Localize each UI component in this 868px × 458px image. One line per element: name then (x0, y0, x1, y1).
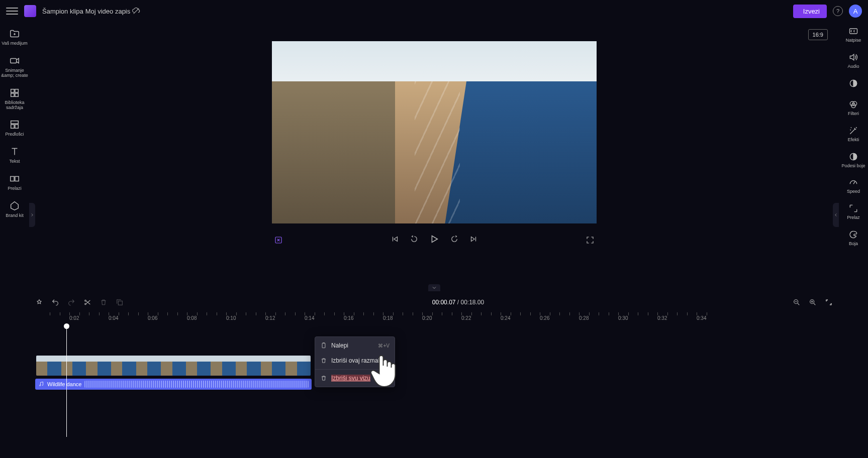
camera-icon (9, 55, 20, 66)
timecode: 00:00.07 / 00:18.00 (432, 299, 484, 306)
sidebar-item-color[interactable]: Boja (848, 230, 858, 247)
hamburger-menu[interactable] (6, 5, 18, 17)
aspect-ratio-button[interactable]: 16:9 (808, 29, 828, 40)
rewind-button[interactable] (410, 235, 419, 245)
breadcrumb-project: Moj video zapis (85, 8, 131, 15)
play-icon (429, 234, 440, 245)
waveform (84, 381, 309, 388)
ruler-mark: 0:24 (501, 315, 510, 321)
play-button[interactable] (429, 234, 440, 246)
svg-point-18 (85, 300, 86, 301)
ruler-mark: 0:18 (383, 315, 393, 321)
svg-rect-2 (11, 89, 14, 92)
sidebar-item-adjust-colors[interactable]: Podesi boje (841, 152, 865, 169)
ctx-delete-all-visible[interactable]: Izbriši svu vizu (315, 371, 395, 386)
transitions-icon (9, 173, 20, 184)
forward-button[interactable] (450, 235, 459, 245)
ctx-shortcut: ⌘+V (378, 343, 390, 349)
audio-clip[interactable]: Wildlife dance (35, 379, 312, 390)
video-clip-1[interactable] (35, 355, 312, 377)
ctx-paste[interactable]: Nalepi ⌘+V (315, 338, 395, 353)
breadcrumb-champion: Šampion klipa (42, 8, 83, 15)
text-icon (9, 146, 20, 157)
right-sidebar: Natpise Audio Filteri Efekti Podesi boje… (839, 22, 868, 458)
preview-stage: 16:9 (29, 22, 839, 292)
ruler-mark: 0:16 (344, 315, 353, 321)
export-button[interactable]: Izvezi (793, 5, 827, 18)
ruler-mark: 0:34 (697, 315, 706, 321)
paste-icon (320, 342, 327, 349)
magic-cut-icon[interactable] (35, 298, 43, 306)
undo-icon[interactable] (51, 298, 59, 306)
skip-forward-icon (469, 235, 478, 244)
sidebar-item-transition[interactable]: Prelaz (847, 203, 860, 220)
duplicate-icon[interactable] (116, 298, 124, 306)
timeline-collapse-button[interactable] (428, 284, 440, 291)
gauge-icon (848, 177, 858, 187)
templates-icon (9, 119, 20, 130)
ctx-delete-gap[interactable]: Izbriši ovaj razmak (315, 353, 395, 368)
svg-rect-9 (11, 177, 14, 181)
ruler-mark: 0:22 (461, 315, 471, 321)
forward-icon (450, 235, 459, 244)
ruler-mark: 0:28 (579, 315, 589, 321)
sidebar-item-filters[interactable]: Filteri (848, 99, 859, 117)
sidebar-item-brand-kit[interactable]: Brand kit (6, 200, 24, 218)
left-sidebar: Vaš medijum Snimanje &amp; create Biblio… (0, 22, 29, 458)
fullscreen-icon[interactable] (586, 236, 595, 245)
sidebar-item-your-media[interactable]: Vaš medijum (2, 28, 27, 46)
svg-rect-3 (15, 89, 18, 92)
redo-icon[interactable] (67, 298, 75, 306)
skip-back-icon (391, 235, 400, 244)
topbar-left: Šampion klipa Moj video zapis (6, 5, 140, 17)
sidebar-item-captions[interactable]: Natpise (846, 26, 861, 43)
scissors-icon[interactable] (83, 298, 91, 306)
svg-rect-10 (15, 177, 19, 181)
skip-back-button[interactable] (391, 235, 400, 245)
sidebar-item-library[interactable]: Biblioteka sadržaja (1, 87, 28, 110)
auto-enhance-icon[interactable] (274, 236, 283, 245)
svg-point-19 (85, 303, 86, 305)
sidebar-item-record[interactable]: Snimanje &amp; create (1, 55, 28, 78)
help-button[interactable]: ? (833, 6, 843, 16)
cc-icon (848, 26, 858, 36)
breadcrumb[interactable]: Šampion klipa Moj video zapis (42, 7, 140, 15)
fit-icon[interactable] (825, 298, 833, 306)
app-logo[interactable] (24, 5, 36, 17)
zoom-in-icon[interactable] (809, 298, 817, 306)
ruler-mark: 0:32 (657, 315, 667, 321)
svg-rect-6 (11, 121, 19, 124)
topbar-right: Izvezi ? A (793, 5, 862, 18)
wand-icon (848, 126, 858, 136)
filters-icon (848, 99, 858, 109)
chevron-down-icon (431, 285, 437, 291)
context-menu: Nalepi ⌘+V Izbriši ovaj razmak Izbriši s… (315, 336, 395, 387)
timeline-toolbar: 00:00.07 / 00:18.00 (29, 292, 839, 312)
ruler-mark: 0:26 (540, 315, 549, 321)
half-circle-icon (848, 78, 858, 88)
video-preview[interactable] (272, 41, 597, 223)
sidebar-item-audio[interactable]: Audio (847, 52, 859, 69)
svg-rect-8 (15, 125, 18, 128)
svg-rect-23 (322, 343, 325, 348)
sidebar-item-templates[interactable]: Predlošci (5, 119, 24, 137)
brand-kit-icon (9, 200, 20, 211)
trash-icon[interactable] (100, 298, 108, 306)
playhead[interactable] (66, 326, 67, 437)
export-label: Izvezi (803, 8, 820, 15)
folder-plus-icon (9, 28, 20, 39)
avatar[interactable]: A (849, 5, 862, 18)
sidebar-item-fade[interactable] (848, 78, 858, 90)
skip-forward-button[interactable] (469, 235, 478, 245)
sidebar-item-speed[interactable]: Speed (847, 177, 860, 194)
ctx-separator (315, 369, 395, 370)
sidebar-item-text[interactable]: Tekst (9, 146, 20, 164)
zoom-out-icon[interactable] (793, 298, 801, 306)
sidebar-item-effects[interactable]: Efekti (848, 126, 859, 143)
top-bar: Šampion klipa Moj video zapis Izvezi ? A (0, 0, 868, 22)
timeline-ruler[interactable]: 0:020:040:060:080:100:120:140:160:180:20… (29, 312, 839, 326)
ruler-mark: 0:06 (148, 315, 157, 321)
cloud-sync-icon (132, 7, 140, 15)
sidebar-item-transitions[interactable]: Prelazi (8, 173, 22, 191)
rewind-icon (410, 235, 419, 244)
